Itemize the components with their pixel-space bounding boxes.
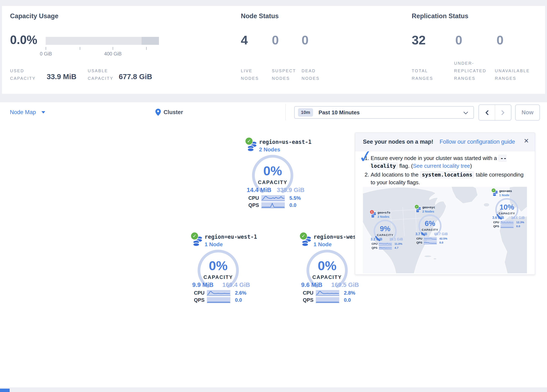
popup-instructions: Ensure every node in your cluster was st… [355,151,535,187]
suspect-nodes-label: SUSPECT NODES [272,67,299,82]
cpu-sparkline [424,237,437,241]
qps-label: QPS [493,225,499,228]
breadcrumb-cluster[interactable]: Cluster [155,102,183,122]
replication-status-title: Replication Status [412,12,468,20]
capacity-caption: CAPACITY [494,212,520,215]
unavailable-ranges-label: UNAVAILABLE RANGES [495,67,535,82]
cpu-label: CPU [194,290,205,296]
instruction-step-1: Ensure every node in your cluster was st… [371,154,528,170]
usable-capacity-label: USABLE CAPACITY [88,67,119,82]
capacity-percent: 0% [195,259,241,272]
capacity-usage-bar [46,37,159,45]
locality-card-us-east-1[interactable]: ✓ region=us-east-1 2 Nodes 0% CAPACITY 1… [241,135,312,210]
time-range-label: Past 10 Minutes [319,109,360,116]
total-ranges-value: 32 [412,34,426,47]
qps-value: 0.0 [439,241,443,244]
qps-sparkline [207,297,230,303]
node-count-link[interactable]: 2 Nodes [422,210,434,213]
used-capacity-label: USED CAPACITY [10,67,39,82]
cpu-sparkline [379,242,392,246]
instruction-step-2: Add locations to the system.locations ta… [371,171,528,186]
locality-label: geo=ams [499,189,512,193]
qps-label: QPS [303,297,314,303]
axis-tick [46,47,46,50]
used-value: 3.2 GiB [371,237,383,241]
live-nodes-value: 4 [241,34,248,47]
map-pin-icon [155,109,161,116]
node-count-link[interactable]: 1 Node [205,241,223,248]
cluster-overview-page: Capacity Usage 0.0% 0 GiB 400 GiB USED C… [0,0,547,392]
step-back-button[interactable] [479,105,495,120]
popup-header: See your nodes on a map! Follow our conf… [355,133,535,151]
close-icon[interactable]: ✕ [524,138,529,144]
locality-label: geo=sfo [378,211,390,214]
qps-sparkline [379,246,392,250]
usable-capacity-value: 677.8 GiB [119,72,152,81]
unavailable-ranges-value: 0 [497,34,503,47]
cpu-value: 2.6% [235,290,246,296]
live-nodes-label: LIVE NODES [241,67,268,82]
under-replicated-ranges-value: 0 [455,34,462,47]
qps-label: QPS [248,202,259,208]
capacity-caption: CAPACITY [417,228,443,232]
node-count-link[interactable]: 1 Node [314,241,332,248]
node-count-link[interactable]: 2 Nodes [378,215,390,218]
locality-card-eu-west-1[interactable]: ✓ region=eu-west-1 1 Node 0% CAPACITY 9.… [186,230,258,305]
axis-tick-label: 0 GiB [40,51,52,57]
capacity-percent: 9% [372,225,398,232]
locality-tree-link[interactable]: See current locality tree [413,163,470,169]
chevron-left-icon [485,110,489,115]
node-count-link[interactable]: 1 Node [499,193,510,197]
capacity-percent: 0% [304,259,350,272]
qps-label: QPS [194,297,205,303]
popup-title: See your nodes on a map! [363,139,433,145]
qps-sparkline [500,225,514,228]
capacity-percent: 10% [494,203,520,211]
suspect-nodes-value: 0 [272,34,279,47]
view-selector-node-map[interactable]: Node Map [10,102,45,122]
status-ok-icon: ✓ [300,232,308,240]
total-value: 169.5 GiB [331,282,359,288]
caret-down-icon [41,111,45,113]
qps-sparkline [424,241,437,244]
total-value: 65.7 GiB [434,232,448,236]
toolbar-divider [285,104,286,120]
node-map-canvas: ✓ region=us-east-1 2 Nodes 0% CAPACITY 1… [0,122,547,387]
cpu-sparkline [316,290,339,296]
axis-tick-label: 400 GiB [104,51,122,57]
qps-label: QPS [416,241,422,244]
capacity-usage-percent: 0.0% [10,34,37,46]
step-forward-button[interactable] [495,105,511,120]
axis-tick [146,47,147,50]
capacity-percent: 6% [417,220,443,227]
breadcrumb-label: Cluster [164,109,183,116]
capacity-percent: 0% [250,164,296,177]
qps-label: QPS [371,246,378,250]
cpu-value: 12.3% [516,221,524,224]
configuration-guide-link[interactable]: Follow our configuration guide [440,139,515,145]
total-value: 169.4 GiB [222,282,250,288]
total-value: 338.9 GiB [277,186,305,193]
cpu-sparkline [261,195,285,201]
qps-sparkline [316,297,339,303]
chevron-right-icon [501,110,505,115]
cpu-label: CPU [416,237,422,241]
total-value: 35.1 GiB [389,237,403,241]
cluster-summary-bar: Capacity Usage 0.0% 0 GiB 400 GiB USED C… [2,6,545,94]
cpu-value: 11.0% [395,242,402,246]
dead-nodes-label: DEAD NODES [301,67,329,82]
total-value: 34.4 GiB [511,216,525,220]
qps-sparkline [261,202,285,208]
status-ok-icon: ✓ [245,137,253,145]
cpu-label: CPU [371,242,378,246]
qps-value: 0.0 [289,202,296,208]
status-ok-icon: ✓ [491,188,496,193]
capacity-caption: CAPACITY [195,274,241,280]
capacity-usage-bar-unusable-segment [142,37,159,45]
node-count-link[interactable]: 2 Nodes [259,146,280,153]
bottom-left-accent [0,389,10,392]
time-range-dropdown[interactable]: 10m Past 10 Minutes [294,106,474,119]
under-replicated-ranges-label: UNDER-REPLICATED RANGES [454,60,493,82]
now-button[interactable]: Now [515,104,540,121]
capacity-caption: CAPACITY [250,179,296,185]
